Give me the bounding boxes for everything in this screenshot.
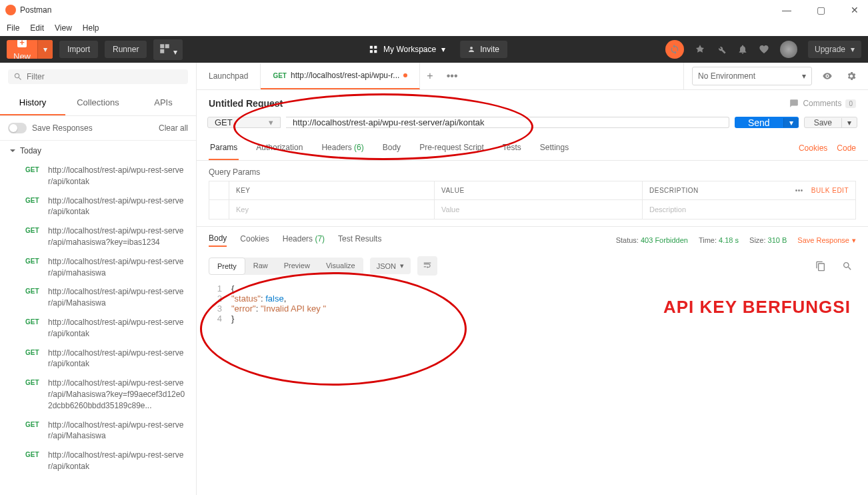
cookies-link[interactable]: Cookies: [799, 137, 827, 159]
reqtab-settings[interactable]: Settings: [539, 136, 570, 160]
sidebar-tab-apis[interactable]: APIs: [131, 91, 196, 115]
response-body[interactable]: API KEY BERFUNGSI 1{2 "status": false,3 …: [197, 281, 868, 326]
filter-input-wrapper[interactable]: [8, 69, 188, 84]
svg-rect-2: [161, 49, 165, 53]
more-icon[interactable]: •••: [795, 187, 803, 194]
history-day-header[interactable]: Today: [0, 141, 196, 161]
menu-edit[interactable]: Edit: [30, 23, 44, 33]
method-select[interactable]: GET ▾: [207, 117, 281, 128]
window-titlebar: Postman — ▢ ✕: [0, 0, 868, 20]
user-avatar[interactable]: [780, 41, 797, 58]
window-minimize-icon[interactable]: —: [778, 5, 795, 15]
reqtab-authorization[interactable]: Authorization: [255, 136, 304, 160]
reqtab-params[interactable]: Params: [209, 136, 239, 160]
send-dropdown[interactable]: ▾: [783, 118, 799, 127]
sidebar: History Collections APIs Save Responses …: [0, 63, 197, 495]
view-preview[interactable]: Preview: [276, 258, 318, 275]
reqtab-prerequest[interactable]: Pre-request Script: [418, 136, 485, 160]
environment-select[interactable]: No Environment ▾: [692, 67, 812, 85]
time-value: 4.18 s: [719, 236, 739, 244]
query-params-title: Query Params: [209, 167, 856, 177]
plus-icon: +: [17, 40, 27, 47]
reqtab-body[interactable]: Body: [381, 136, 402, 160]
invite-button[interactable]: Invite: [460, 41, 507, 58]
resptab-cookies[interactable]: Cookies: [240, 234, 269, 246]
history-url: http://localhost/rest-api/wpu-rest-serve…: [48, 286, 187, 309]
wrap-button[interactable]: [417, 256, 437, 276]
history-list: Today GEThttp://localhost/rest-api/wpu-r…: [0, 141, 196, 495]
new-dropdown[interactable]: ▾: [37, 40, 53, 59]
clear-all-link[interactable]: Clear all: [159, 123, 188, 133]
menu-help[interactable]: Help: [83, 23, 99, 33]
svg-rect-0: [161, 44, 165, 48]
param-key-input[interactable]: Key: [229, 200, 435, 219]
sidebar-tab-history[interactable]: History: [0, 91, 65, 115]
history-item[interactable]: GEThttp://localhost/rest-api/wpu-rest-se…: [0, 191, 196, 222]
satellite-icon[interactable]: [695, 44, 705, 55]
reqtab-headers[interactable]: Headers (6): [320, 136, 365, 160]
bulk-edit-link[interactable]: Bulk Edit: [811, 187, 849, 194]
view-pretty[interactable]: Pretty: [209, 258, 245, 275]
history-method: GET: [25, 421, 41, 442]
add-tab-button[interactable]: +: [420, 65, 439, 87]
settings-button[interactable]: [843, 67, 860, 85]
format-select[interactable]: JSON ▾: [370, 258, 411, 274]
history-item[interactable]: GEThttp://localhost/rest-api/wpu-rest-se…: [0, 161, 196, 191]
history-item[interactable]: GEThttp://localhost/rest-api/wpu-rest-se…: [0, 313, 196, 344]
filter-input[interactable]: [27, 72, 183, 81]
param-value-input[interactable]: Value: [435, 200, 643, 219]
param-desc-input[interactable]: Description: [643, 200, 855, 219]
code-link[interactable]: Code: [837, 137, 856, 159]
unsaved-dot-icon: [403, 73, 407, 77]
search-response-button[interactable]: [839, 258, 856, 275]
tab-launchpad[interactable]: Launchpad: [197, 63, 261, 89]
workspace-selector[interactable]: My Workspace ▾: [361, 41, 453, 58]
history-item[interactable]: GEThttp://localhost/rest-api/wpu-rest-se…: [0, 221, 196, 252]
history-method: GET: [25, 318, 41, 340]
history-item[interactable]: GEThttp://localhost/rest-api/wpu-rest-se…: [0, 374, 196, 415]
open-new-window-button[interactable]: ▾: [153, 39, 182, 60]
history-item[interactable]: GEThttp://localhost/rest-api/wpu-rest-se…: [0, 416, 196, 446]
bell-icon[interactable]: [737, 44, 748, 55]
menu-view[interactable]: View: [55, 23, 72, 33]
chevron-down-icon: ▾: [269, 117, 273, 127]
upgrade-button[interactable]: Upgrade ▾: [808, 41, 861, 58]
menu-file[interactable]: File: [7, 23, 19, 33]
environment-quicklook-button[interactable]: [819, 67, 836, 85]
history-item[interactable]: GEThttp://localhost/rest-api/wpu-rest-se…: [0, 282, 196, 313]
resptab-body[interactable]: Body: [209, 233, 227, 247]
window-close-icon[interactable]: ✕: [847, 5, 863, 15]
person-add-icon: [468, 45, 476, 53]
tab-overflow-button[interactable]: •••: [440, 65, 465, 87]
sync-button[interactable]: [665, 40, 684, 59]
new-button[interactable]: +New ▾: [7, 40, 53, 59]
url-input[interactable]: [286, 117, 729, 128]
send-button[interactable]: Send ▾: [735, 117, 799, 128]
window-title: Postman: [20, 5, 51, 15]
runner-button[interactable]: Runner: [105, 41, 147, 58]
view-raw[interactable]: Raw: [245, 258, 276, 275]
grid-icon: [369, 45, 378, 54]
window-maximize-icon[interactable]: ▢: [813, 5, 829, 15]
history-url: http://localhost/rest-api/wpu-rest-serve…: [48, 195, 187, 218]
save-button[interactable]: Save ▾: [804, 117, 857, 128]
col-value: VALUE: [435, 181, 643, 199]
save-response-link[interactable]: Save Response ▾: [797, 236, 856, 245]
resptab-headers[interactable]: Headers (7): [283, 234, 325, 246]
resptab-testresults[interactable]: Test Results: [338, 234, 381, 246]
copy-button[interactable]: [812, 258, 829, 275]
tab-request[interactable]: GET http://localhost/rest-api/wpu-r...: [261, 63, 420, 89]
sidebar-tab-collections[interactable]: Collections: [65, 91, 131, 115]
reqtab-tests[interactable]: Tests: [501, 136, 523, 160]
svg-rect-5: [370, 50, 373, 53]
history-item[interactable]: GEThttp://localhost/rest-api/wpu-rest-se…: [0, 344, 196, 374]
history-item[interactable]: GEThttp://localhost/rest-api/wpu-rest-se…: [0, 252, 196, 283]
save-responses-toggle[interactable]: [8, 123, 27, 133]
import-button[interactable]: Import: [59, 41, 98, 58]
comments-button[interactable]: Comments 0: [789, 99, 856, 108]
wrench-icon[interactable]: [716, 44, 727, 55]
save-dropdown[interactable]: ▾: [841, 118, 857, 127]
view-visualize[interactable]: Visualize: [318, 258, 363, 275]
history-item[interactable]: GEThttp://localhost/rest-api/wpu-rest-se…: [0, 446, 196, 476]
heart-icon[interactable]: [759, 44, 769, 55]
